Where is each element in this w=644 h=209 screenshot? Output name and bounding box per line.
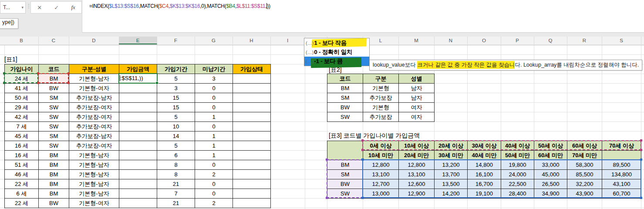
dropdown-item[interactable]: (…)1 - 보다 작음 xyxy=(304,38,369,47)
table1-age-cell[interactable]: 16 세 xyxy=(5,141,39,151)
table1-code-cell[interactable]: BW xyxy=(39,199,69,208)
table1-age-cell[interactable]: 45 세 xyxy=(5,131,39,141)
grid-column-header-m[interactable]: M xyxy=(398,37,435,44)
table3-value-cell[interactable]: 19,800 xyxy=(501,160,534,170)
table3-value-cell[interactable]: 12,700 xyxy=(363,179,399,189)
name-box[interactable]: T... ▾ xyxy=(0,1,26,13)
table1-type-cell[interactable]: 기본형-남자 xyxy=(69,189,119,199)
table1-type-cell[interactable]: 기본형-여자 xyxy=(69,199,119,208)
table2-cell[interactable]: 남자 xyxy=(399,93,435,103)
table1-period-cell[interactable]: 3 xyxy=(157,84,195,93)
table1-unpaid-cell[interactable]: 0 xyxy=(195,179,233,189)
table2-cell[interactable]: SW xyxy=(327,112,363,122)
table3-age-header-cell[interactable]: 60세 이상 xyxy=(567,141,602,151)
table1-amount-cell[interactable] xyxy=(119,179,157,189)
table1-amount-cell[interactable] xyxy=(119,122,157,131)
chevron-down-icon[interactable]: ▾ xyxy=(21,5,25,10)
table1-period-cell[interactable]: 15 xyxy=(157,93,195,103)
table1-status-cell[interactable] xyxy=(233,151,271,160)
grid-column-header-o[interactable]: O xyxy=(467,37,501,44)
table1-amount-cell[interactable] xyxy=(119,170,157,179)
table1-unpaid-cell[interactable]: 0 xyxy=(195,160,233,170)
table1-age-cell[interactable]: 46 세 xyxy=(5,170,39,179)
table1-age-cell[interactable]: 24 세 xyxy=(5,74,39,84)
table3-age-header-cell[interactable]: 10세 이상 xyxy=(399,141,435,151)
grid-column-header-i[interactable]: I xyxy=(270,37,305,44)
table1-code-cell[interactable]: BM xyxy=(39,179,69,189)
enter-icon[interactable]: ✓ xyxy=(54,4,59,11)
table1-unpaid-cell[interactable]: 0 xyxy=(195,103,233,112)
table1-header-cell[interactable]: 구분-성별 xyxy=(69,64,119,74)
insert-function-icon[interactable]: fx xyxy=(71,4,75,11)
table3-value-cell[interactable]: 134,800 xyxy=(602,170,641,179)
table3-value-cell[interactable]: 14,800 xyxy=(468,160,501,170)
cancel-icon[interactable]: ✕ xyxy=(37,4,42,11)
table3-value-cell[interactable]: 19,100 xyxy=(468,189,501,199)
table3-age-header-cell[interactable]: 40세 미만 xyxy=(468,151,501,160)
fill-handle[interactable] xyxy=(155,81,158,84)
table1-type-cell[interactable]: 추가보장-여자 xyxy=(69,141,119,151)
table1-code-cell[interactable]: BM xyxy=(39,151,69,160)
table2-header-cell[interactable]: 성별 xyxy=(399,74,435,84)
table1-header-cell[interactable]: 미납기간 xyxy=(195,64,233,74)
table3-value-cell[interactable]: 12,800 xyxy=(363,160,399,170)
table2-header-cell[interactable]: 코드 xyxy=(327,74,363,84)
dropdown-item[interactable]: (…)0 - 정확히 일치 xyxy=(304,47,369,57)
table1-amount-cell[interactable] xyxy=(119,160,157,170)
table1-period-cell[interactable]: 15 xyxy=(157,103,195,112)
table1-status-cell[interactable] xyxy=(233,131,271,141)
editing-cell-e4[interactable]: :$S$11,)) xyxy=(118,73,158,84)
table1-status-cell[interactable] xyxy=(233,170,271,179)
table3-value-cell[interactable]: 12,900 xyxy=(399,189,435,199)
grid-column-header-n[interactable]: N xyxy=(434,37,468,44)
table3-value-cell[interactable]: 32,200 xyxy=(567,179,602,189)
table1-age-cell[interactable]: 6 세 xyxy=(5,189,39,199)
table2-cell[interactable]: 기본형 xyxy=(363,103,399,112)
table1-period-cell[interactable]: 5 xyxy=(157,74,195,84)
table3-age-header-cell[interactable]: 50세 미만 xyxy=(501,151,534,160)
table1-code-cell[interactable]: SW xyxy=(39,141,69,151)
table1-amount-cell[interactable] xyxy=(119,189,157,199)
table1-status-cell[interactable] xyxy=(233,179,271,189)
table1-unpaid-cell[interactable]: 1 xyxy=(195,141,233,151)
table1-code-cell[interactable]: BW xyxy=(39,84,69,93)
table3-age-header-cell[interactable]: 70세 미만 xyxy=(567,151,602,160)
table3-value-cell[interactable]: 33,000 xyxy=(534,160,567,170)
table1-status-cell[interactable] xyxy=(233,74,271,84)
table1-age-cell[interactable]: 22 세 xyxy=(5,199,39,208)
table3-age-header-cell[interactable]: 30세 이상 xyxy=(468,141,501,151)
grid-column-header-b[interactable]: B xyxy=(4,37,39,44)
table1-code-cell[interactable]: SW xyxy=(39,103,69,112)
table1-amount-cell[interactable] xyxy=(119,199,157,208)
table1-age-cell[interactable]: 22 세 xyxy=(5,179,39,189)
table1-period-cell[interactable]: 8 xyxy=(157,160,195,170)
grid-column-header-p[interactable]: P xyxy=(501,37,534,44)
table1-header-cell[interactable]: 가입상태 xyxy=(233,64,271,74)
table1-unpaid-cell[interactable]: 2 xyxy=(195,199,233,208)
table1-age-cell[interactable]: 50 세 xyxy=(5,93,39,103)
table3-value-cell[interactable]: 89,500 xyxy=(602,160,641,170)
table3-code-cell[interactable]: SW xyxy=(327,189,363,199)
table1-type-cell[interactable]: 기본형-남자 xyxy=(69,160,119,170)
table3-age-header-cell[interactable]: 20세 이상 xyxy=(435,141,468,151)
table1-type-cell[interactable]: 추가보장-남자 xyxy=(69,131,119,141)
table3-value-cell[interactable]: 85,500 xyxy=(567,170,602,179)
table3-value-cell[interactable]: 60,700 xyxy=(602,189,641,199)
table1-age-cell[interactable]: 16 세 xyxy=(5,151,39,160)
table1-status-cell[interactable] xyxy=(233,199,271,208)
table1-status-cell[interactable] xyxy=(233,189,271,199)
table1-age-cell[interactable]: 29 세 xyxy=(5,103,39,112)
table3-age-header-cell[interactable]: 10세 미만 xyxy=(363,151,399,160)
table3-age-header-cell[interactable]: 20세 미만 xyxy=(399,151,435,160)
table1-code-cell[interactable]: BM xyxy=(39,160,69,170)
table1-amount-cell[interactable] xyxy=(119,93,157,103)
grid-column-header-s[interactable]: S xyxy=(602,37,641,44)
table1-code-cell[interactable]: SM xyxy=(39,93,69,103)
table1-amount-cell[interactable] xyxy=(119,131,157,141)
table1-type-cell[interactable]: 기본형-남자 xyxy=(69,151,119,160)
table1-period-cell[interactable]: 21 xyxy=(157,179,195,189)
table1-unpaid-cell[interactable]: 1 xyxy=(195,112,233,122)
table1-unpaid-cell[interactable]: 0 xyxy=(195,84,233,93)
table3-value-cell[interactable]: 43,100 xyxy=(602,179,641,189)
table3-value-cell[interactable]: 14,200 xyxy=(435,189,468,199)
